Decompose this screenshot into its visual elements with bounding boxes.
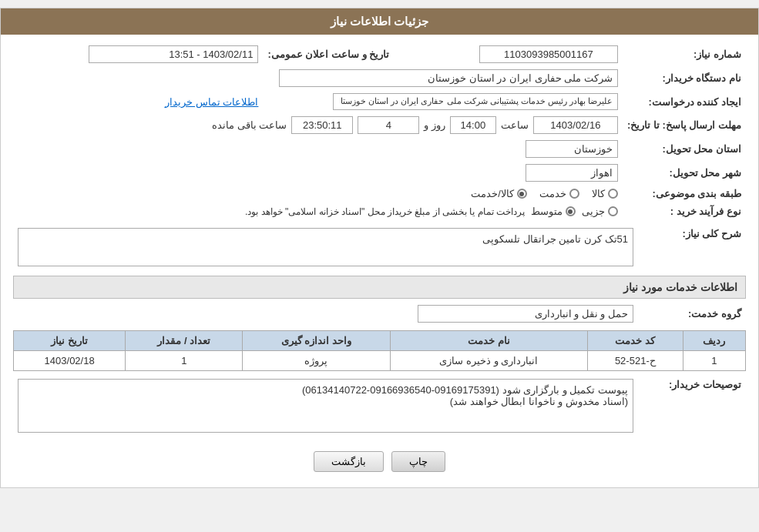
radio-kala-circle	[608, 189, 618, 199]
page-title: جزئیات اطلاعات نیاز	[1, 8, 758, 35]
radio-kala-khedmat-circle	[517, 189, 527, 199]
radio-kala-khedmat-label: کالا/خدمت	[471, 188, 514, 199]
cell-vahedAndaze: پروژه	[243, 351, 391, 371]
cell-radif: 1	[683, 351, 745, 371]
cell-namKhedmat: انبارداری و ذخیره سازی	[390, 351, 587, 371]
ijadKarandeh-value: علیرضا بهادر رئیس خدمات پشتیبانی شرکت مل…	[333, 93, 618, 110]
col-vahed: واحد اندازه گیری	[243, 331, 391, 351]
shomareNiaz-value: 1103093985001167	[479, 45, 618, 63]
radio-motevaset-label: متوسط	[531, 206, 563, 217]
tabaqeBandi-label: طبقه بندی موضوعی:	[623, 185, 746, 202]
mohlatSaat-label: ساعت	[501, 119, 529, 131]
table-row: 1ح-521-52انبارداری و ذخیره سازیپروژه1140…	[14, 351, 746, 371]
tosifKharidar-label: توصیحات خریدار:	[638, 376, 746, 436]
sharhKolli-label: شرح کلی نیاز:	[638, 225, 746, 269]
tarikh-label: تاریخ و ساعت اعلان عمومی:	[263, 42, 394, 66]
ettelaatTamas-link[interactable]: اطلاعات تماس خریدار	[165, 96, 258, 108]
shomareNiaz-label: شماره نیاز:	[623, 42, 746, 66]
col-tarikh: تاریخ نیاز	[14, 331, 126, 351]
ijadKarandeh-label: ایجاد کننده درخواست:	[623, 90, 746, 113]
grouhKhedmat-label: گروه خدمت:	[638, 302, 746, 326]
tarikh-value: 1403/02/11 - 13:51	[89, 45, 258, 63]
bazgasht-button[interactable]: بازگشت	[314, 451, 384, 472]
mohlatRooz-value: 4	[358, 116, 419, 134]
shahr-value: اهواز	[526, 164, 618, 182]
radio-jozi-circle	[608, 206, 618, 216]
radio-kala-label: کالا	[592, 188, 605, 199]
mohlatSaat-value: 14:00	[450, 116, 496, 134]
radio-kala-khedmat[interactable]: کالا/خدمت	[471, 188, 527, 199]
noeFarayand-label: نوع فرآیند خرید :	[623, 202, 746, 220]
mohlatDate-value: 1403/02/16	[533, 116, 618, 134]
radio-khedmat-label: خدمت	[539, 188, 566, 199]
sharhKolli-value: 51تک کرن تامین جراتقال تلسکوپی	[18, 228, 633, 266]
mohlatMande-label: ساعت باقی مانده	[212, 119, 287, 131]
namDastgah-label: نام دستگاه خریدار:	[623, 66, 746, 90]
khadamat-section-header: اطلاعات خدمات مورد نیاز	[13, 276, 746, 299]
shahr-label: شهر محل تحویل:	[623, 161, 746, 185]
button-row: چاپ بازگشت	[13, 440, 746, 480]
chap-button[interactable]: چاپ	[391, 451, 445, 472]
radio-jozi-label: جزیی	[582, 206, 605, 217]
ostan-value: خوزستان	[526, 140, 618, 158]
col-tedad: تعداد / مقدار	[126, 331, 243, 351]
mohlatMande-value: 23:50:11	[291, 116, 353, 134]
namDastgah-value: شرکت ملی حفاری ایران در استان خوزستان	[279, 69, 618, 87]
col-radif: ردیف	[683, 331, 745, 351]
cell-tarikhNiaz: 1403/02/18	[14, 351, 126, 371]
noeFarayand-note: پرداخت تمام یا بخشی از مبلغ خریداز محل "…	[245, 206, 525, 217]
col-nam: نام خدمت	[390, 331, 587, 351]
mohlatRooz-label: روز و	[424, 119, 445, 131]
radio-kala[interactable]: کالا	[592, 188, 618, 199]
mohlatErsalPasokh-label: مهلت ارسال پاسخ: تا تاریخ:	[623, 113, 746, 137]
service-table: ردیف کد خدمت نام خدمت واحد اندازه گیری ت…	[13, 330, 746, 371]
radio-motevaset-circle	[566, 206, 576, 216]
radio-motevaset[interactable]: متوسط	[531, 206, 576, 217]
col-kod: کد خدمت	[588, 331, 683, 351]
radio-khedmat-circle	[569, 189, 579, 199]
cell-tedad: 1	[126, 351, 243, 371]
grouhKhedmat-value: حمل و نقل و انبارداری	[418, 305, 633, 323]
tosifKharidar-value: پیوست تکمیل و بارگزاری شود (09169175391-…	[18, 379, 633, 433]
cell-kodKhedmat: ح-521-52	[588, 351, 683, 371]
ostan-label: استان محل تحویل:	[623, 137, 746, 161]
radio-khedmat[interactable]: خدمت	[539, 188, 579, 199]
radio-jozi[interactable]: جزیی	[582, 206, 618, 217]
